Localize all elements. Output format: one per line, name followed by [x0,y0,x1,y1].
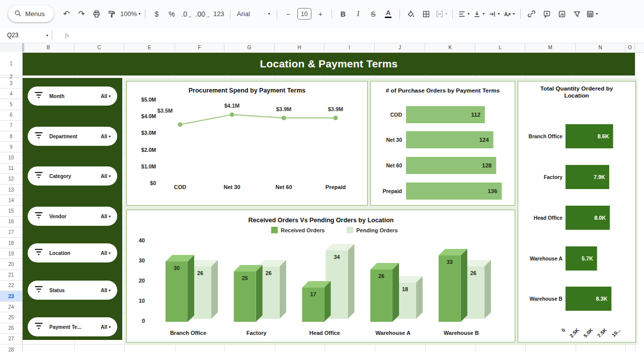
column-header-J[interactable]: J [375,43,425,52]
row-header-16[interactable]: 16 [0,217,22,227]
row-header-7[interactable]: 7 [0,121,22,131]
row-header-27[interactable]: 27 [0,334,22,344]
row-header-6[interactable]: 6 [0,110,22,121]
column-header-K[interactable]: K [425,43,475,52]
filter-vendor[interactable]: VendorAll▾ [28,207,117,226]
column-header-M[interactable]: M [525,43,576,52]
svg-text:0: 0 [142,318,145,324]
column-header-I[interactable]: I [325,43,375,52]
borders-button[interactable] [420,7,433,21]
font-family-dropdown[interactable]: Arial▾ [235,7,272,21]
row-header-5[interactable]: 5 [0,99,22,110]
row-header-10[interactable]: 10 [0,152,22,163]
row-header-22[interactable]: 22 [0,281,22,291]
filter-month[interactable]: MonthAll▾ [28,86,117,106]
filter-category[interactable]: CategoryAll▾ [28,166,117,186]
filter-department[interactable]: DepartmentAll▾ [28,127,117,146]
row-header-26[interactable]: 26 [0,323,22,334]
row-header-12[interactable]: 12 [0,174,22,185]
row-header-9[interactable]: 9 [0,142,22,152]
row-header-21[interactable]: 21 [0,270,22,281]
text-wrap-button[interactable]: ▾ [488,7,501,21]
svg-text:$4.0M: $4.0M [141,113,156,119]
column-header-F[interactable]: F [175,43,224,52]
fill-color-button[interactable] [405,7,418,21]
formula-input[interactable] [69,28,644,43]
insert-chart-button[interactable] [555,7,569,21]
undo-button[interactable]: ↶ [60,7,73,21]
increase-decimals-button[interactable]: .00→ [195,7,210,21]
divider [277,9,277,19]
row-header-19[interactable]: 19 [0,248,22,259]
row-header-24[interactable]: 24 [0,302,22,312]
filter-icon [34,171,43,181]
column-header-E[interactable]: E [124,43,175,52]
print-button[interactable] [90,7,103,21]
column-header-H[interactable]: H [275,43,325,52]
svg-text:8.0K: 8.0K [594,215,606,221]
row-header-8[interactable]: 8 [0,131,22,142]
select-all-corner[interactable] [0,43,24,52]
row-header-4[interactable]: 4 [0,89,22,99]
increase-font-size-button[interactable]: + [314,7,327,21]
menus-button[interactable]: Menus [8,6,54,22]
text-rotation-button[interactable]: A ▾ [503,7,516,21]
row-header-28[interactable]: 28 [0,344,22,352]
row-header-11[interactable]: 11 [0,163,22,174]
svg-text:Branch Office: Branch Office [528,134,562,139]
column-header-B[interactable]: B [23,43,74,52]
italic-button[interactable]: I [352,7,365,21]
svg-text:26: 26 [266,270,272,276]
chart-panel-total-quantity[interactable]: Total Quantity Ordered byLocationBranch … [518,81,636,342]
name-box[interactable]: Q23 ▾ [0,32,48,39]
text-color-button[interactable]: A [382,7,395,21]
column-header-N[interactable]: N [576,43,625,52]
redo-button[interactable]: ↷ [75,7,88,21]
row-header-3[interactable]: 3 [0,78,22,89]
row-header-25[interactable]: 25 [0,312,22,323]
font-size-input[interactable]: 10 [297,8,311,20]
insert-link-button[interactable] [525,7,538,21]
row-header-1[interactable]: 1 [0,52,22,75]
insert-comment-button[interactable] [540,7,553,21]
chart-panel-purchase-orders[interactable]: # of Purchase Orders by Payment TermsCOD… [370,81,515,206]
column-header-L[interactable]: L [475,43,525,52]
more-formats-button[interactable]: 123 [212,7,225,21]
format-percent-button[interactable]: % [165,7,178,21]
svg-text:$3.9M: $3.9M [328,106,344,112]
decrease-font-size-button[interactable]: − [282,7,295,21]
row-header-18[interactable]: 18 [0,238,22,248]
strikethrough-button[interactable]: S [367,7,380,21]
dashboard-title-bar: Location & Payment Terms [23,52,635,75]
zoom-dropdown[interactable]: 100%▾ [120,7,140,21]
decrease-decimals-button[interactable]: .0← [180,7,193,21]
chart-panel-procurement-spend[interactable]: Procurement Spend by Payment Terms$5.0M$… [126,81,368,206]
filter-status[interactable]: StatusAll▾ [28,281,117,300]
filter-payment-te[interactable]: Payment Te...All▾ [28,317,117,336]
table-views-button[interactable]: ▾ [586,7,599,21]
horizontal-align-button[interactable]: ▾ [457,7,470,21]
filter-location[interactable]: LocationAll▾ [28,243,117,262]
filter-label: Status [49,288,101,293]
row-header-23[interactable]: 23 [0,291,22,302]
chevron-down-icon: ▾ [109,214,111,219]
divider [399,9,400,19]
format-currency-button[interactable]: $ [150,7,163,21]
row-header-17[interactable]: 17 [0,227,22,238]
filter-value: All [101,288,107,293]
paint-format-button[interactable] [105,7,118,21]
bold-button[interactable]: B [337,7,350,21]
row-header-20[interactable]: 20 [0,259,22,270]
svg-text:COD: COD [174,184,187,190]
create-filter-button[interactable] [571,7,584,21]
column-header-C[interactable]: C [74,43,124,52]
column-header-O[interactable]: O [625,43,635,52]
chart-panel-received-vs-pending[interactable]: Received Orders Vs Pending Orders by Loc… [126,210,515,342]
column-header-G[interactable]: G [224,43,275,52]
svg-text:Branch Office: Branch Office [170,330,206,336]
merge-cells-button[interactable]: ▾ [435,7,448,21]
row-header-15[interactable]: 15 [0,206,22,216]
row-header-13[interactable]: 13 [0,185,22,195]
vertical-align-button[interactable]: ▾ [472,7,486,21]
row-header-14[interactable]: 14 [0,195,22,206]
